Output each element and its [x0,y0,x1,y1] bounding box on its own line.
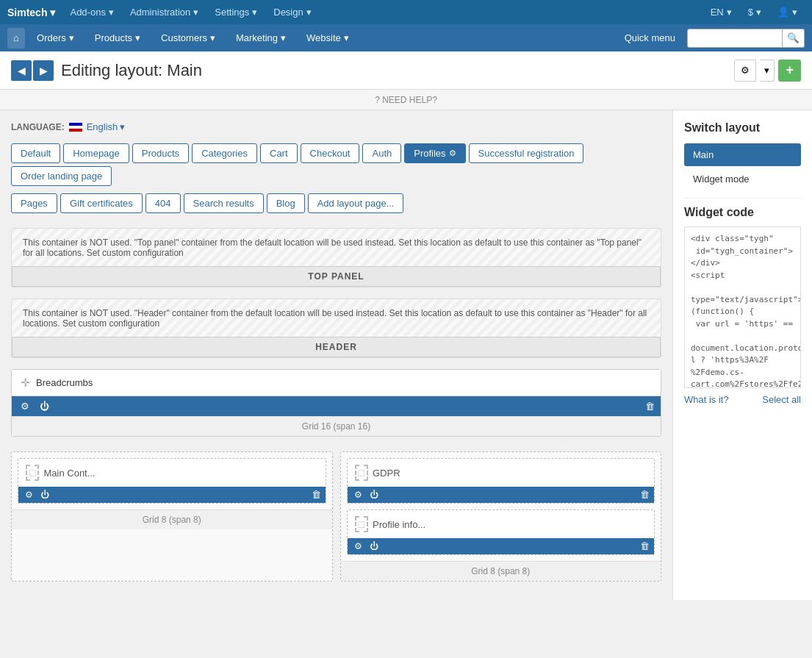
tab-profiles[interactable]: Profiles ⚙ [404,143,465,163]
breadcrumbs-widget-name: Breadcrumbs [36,377,93,388]
language-select[interactable]: English ▾ [87,121,126,132]
what-is-it-link[interactable]: What is it? [684,394,729,405]
customers-menu[interactable]: Customers ▾ [152,24,224,51]
top-panel-config-link[interactable]: Set custom configuration [87,248,184,258]
main-content-gear-icon[interactable]: ⚙ [23,489,35,501]
tab-auth[interactable]: Auth [362,143,401,163]
orders-menu[interactable]: Orders ▾ [28,24,83,51]
breadcrumbs-gear-icon[interactable]: ⚙ [18,399,32,413]
widget-code-box: <div class="tygh" id="tygh_container"> <… [684,226,801,388]
search-bar: 🔍 [687,29,805,48]
sidebar: Switch layout Main Widget mode Widget co… [672,110,812,600]
tab-blog[interactable]: Blog [267,193,305,213]
tab-order-landing-page[interactable]: Order landing page [11,166,112,186]
brand-logo[interactable]: Simtech ▾ [7,7,55,18]
main-content-header: □ Main Cont... [18,459,326,487]
breadcrumbs-container: ✛ Breadcrumbs ⚙ ⏻ 🗑 Grid 16 (span 16) [11,369,661,437]
breadcrumbs-header: ✛ Breadcrumbs [12,370,661,396]
header-notice: This container is NOT used. "Header" con… [12,299,661,337]
tab-categories[interactable]: Categories [192,143,257,163]
currency-menu[interactable]: $ ▾ [741,0,769,24]
profile-info-power-icon[interactable]: ⏻ [367,540,381,552]
addons-menu[interactable]: Add-ons ▾ [62,0,121,24]
gdpr-power-icon[interactable]: ⏻ [367,489,381,501]
gdpr-gear-icon[interactable]: ⚙ [352,489,364,501]
home-button[interactable]: ⌂ [7,28,25,49]
sidebar-item-main[interactable]: Main [684,143,801,166]
secondary-nav: ⌂ Orders ▾ Products ▾ Customers ▾ Market… [0,24,812,51]
top-panel-label: TOP PANEL [12,266,661,287]
drag-handle-icon[interactable]: ✛ [21,376,30,390]
tab-pages[interactable]: Pages [11,193,57,213]
layout-tabs-row2: Pages Gift certificates 404 Search resul… [11,193,661,213]
gdpr-icon: □ [355,465,368,481]
language-label: LANGUAGE: [11,122,65,132]
tab-search-results[interactable]: Search results [184,193,264,213]
right-column: □ GDPR ⚙ ⏻ 🗑 □ Profile info... [340,451,662,582]
tab-add-layout-page[interactable]: Add layout page... [308,193,404,213]
website-menu[interactable]: Website ▾ [298,24,358,51]
tab-404[interactable]: 404 [145,193,181,213]
forward-button[interactable]: ▶ [33,60,54,81]
content-area: LANGUAGE: English ▾ Default Homepage Pro… [0,110,672,600]
gdpr-widget: □ GDPR ⚙ ⏻ 🗑 [347,458,655,504]
administration-menu[interactable]: Administration ▾ [123,0,206,24]
language-menu[interactable]: EN ▾ [703,0,739,24]
left-column: □ Main Cont... ⚙ ⏻ 🗑 Grid 8 (span 8) [11,451,333,582]
back-button[interactable]: ◀ [11,60,32,81]
brand-name: Simtech [7,7,47,18]
nav-arrows: ◀ ▶ [11,60,54,81]
top-bar-right: EN ▾ $ ▾ 👤 ▾ [703,0,805,24]
left-column-grid-label: Grid 8 (span 8) [12,509,332,529]
profile-info-icon: □ [355,516,368,532]
search-button[interactable]: 🔍 [783,29,805,48]
header-section: This container is NOT used. "Header" con… [11,298,661,358]
quick-menu-button[interactable]: Quick menu [616,24,684,51]
settings-menu[interactable]: Settings ▾ [207,0,265,24]
top-bar: Simtech ▾ Add-ons ▾ Administration ▾ Set… [0,0,812,24]
widget-code-title: Widget code [684,206,801,219]
tab-cart[interactable]: Cart [260,143,298,163]
widget-code-text[interactable]: <div class="tygh" id="tygh_container"> <… [691,233,794,388]
tab-homepage[interactable]: Homepage [63,143,129,163]
sidebar-divider [684,198,801,199]
page-header-actions: ⚙ ▾ + [734,60,801,82]
profile-info-header: □ Profile info... [348,510,655,538]
select-all-link[interactable]: Select all [762,394,801,405]
language-flag [69,123,82,132]
profile-info-delete-icon[interactable]: 🗑 [640,540,650,552]
tab-gift-certificates[interactable]: Gift certificates [60,193,143,213]
gdpr-header: □ GDPR [348,459,655,487]
add-button[interactable]: + [778,60,801,82]
gdpr-delete-icon[interactable]: 🗑 [640,489,650,501]
main-content-power-icon[interactable]: ⏻ [38,489,51,501]
tab-checkout[interactable]: Checkout [301,143,360,163]
design-menu[interactable]: Design ▾ [266,0,318,24]
switch-layout-title: Switch layout [684,121,801,135]
need-help-link[interactable]: ? NEED HELP? [375,95,437,105]
tab-successful-registration[interactable]: Successful registration [469,143,584,163]
main-content-widget: □ Main Cont... ⚙ ⏻ 🗑 [18,458,326,504]
profile-info-gear-icon[interactable]: ⚙ [352,540,364,552]
main-content: LANGUAGE: English ▾ Default Homepage Pro… [0,110,812,600]
header-config-link[interactable]: Set custom configuration [62,318,159,329]
tab-default[interactable]: Default [11,143,60,163]
language-bar: LANGUAGE: English ▾ [11,121,661,132]
top-bar-nav: Add-ons ▾ Administration ▾ Settings ▾ De… [62,0,695,24]
two-column-grid: □ Main Cont... ⚙ ⏻ 🗑 Grid 8 (span 8) □ [11,451,661,582]
main-content-delete-icon[interactable]: 🗑 [312,489,321,501]
tab-products[interactable]: Products [132,143,189,163]
main-content-icon: □ [26,465,39,481]
breadcrumbs-toolbar: ⚙ ⏻ 🗑 [12,396,661,416]
user-menu[interactable]: 👤 ▾ [770,0,805,24]
search-input[interactable] [687,29,783,48]
settings-button[interactable]: ⚙ [734,60,756,82]
settings-dropdown-button[interactable]: ▾ [760,60,775,82]
breadcrumbs-power-icon[interactable]: ⏻ [37,399,52,413]
page-header: ◀ ▶ Editing layout: Main ⚙ ▾ + [0,51,812,90]
breadcrumbs-delete-icon[interactable]: 🗑 [645,401,655,412]
top-panel-section: This container is NOT used. "Top panel" … [11,228,661,287]
marketing-menu[interactable]: Marketing ▾ [227,24,295,51]
products-menu[interactable]: Products ▾ [86,24,149,51]
sidebar-item-widget-mode[interactable]: Widget mode [684,168,801,190]
